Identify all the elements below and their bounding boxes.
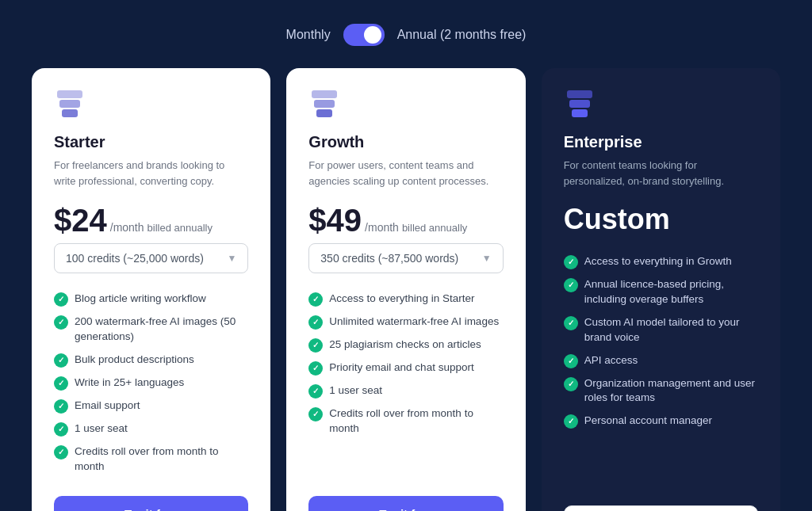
billing-toggle: Monthly Annual (2 months free) bbox=[286, 24, 527, 46]
list-item: Access to everything in Growth bbox=[564, 250, 758, 273]
check-icon bbox=[308, 384, 323, 399]
starter-billed: billed annually bbox=[147, 222, 213, 234]
list-item: Blog article writing workflow bbox=[54, 288, 248, 311]
enterprise-custom-price: Custom bbox=[564, 203, 758, 236]
list-item: Write in 25+ languages bbox=[54, 372, 248, 395]
billing-toggle-switch[interactable] bbox=[343, 24, 385, 46]
annual-label: Annual (2 months free) bbox=[397, 28, 527, 42]
check-icon bbox=[308, 361, 323, 376]
growth-credits-chevron: ▼ bbox=[482, 253, 492, 264]
starter-icon bbox=[54, 90, 86, 122]
growth-price: $49 bbox=[308, 203, 362, 238]
list-item: API access bbox=[564, 349, 758, 372]
list-item: Unlimited watermark-free AI images bbox=[308, 311, 503, 334]
list-item: Organization management and user roles f… bbox=[564, 372, 758, 410]
list-item: Email support bbox=[54, 395, 248, 418]
starter-credits-selector[interactable]: 100 credits (~25,000 words) ▼ bbox=[54, 243, 248, 273]
enterprise-icon bbox=[564, 90, 596, 122]
enterprise-plan-desc: For content teams looking for personaliz… bbox=[564, 158, 758, 189]
check-icon bbox=[54, 376, 68, 391]
growth-credits-label: 350 credits (~87,500 words) bbox=[320, 252, 458, 265]
list-item: Access to everything in Starter bbox=[308, 288, 503, 311]
starter-plan-name: Starter bbox=[54, 133, 248, 151]
starter-price-row: $24 /month billed annually bbox=[54, 203, 248, 238]
check-icon bbox=[308, 292, 323, 307]
growth-billed: billed annually bbox=[402, 222, 467, 234]
enterprise-cta-button[interactable]: Book a demo bbox=[564, 505, 758, 511]
check-icon bbox=[308, 407, 323, 421]
list-item: Annual licence-based pricing, including … bbox=[564, 273, 758, 311]
enterprise-features-list: Access to everything in Growth Annual li… bbox=[564, 250, 758, 488]
list-item: Personal account manager bbox=[564, 410, 758, 433]
list-item: 1 user seat bbox=[308, 379, 503, 402]
check-icon bbox=[564, 414, 578, 429]
check-icon bbox=[564, 278, 578, 292]
list-item: Bulk product descriptions bbox=[54, 349, 248, 372]
growth-icon bbox=[308, 90, 340, 122]
toggle-thumb bbox=[364, 26, 381, 44]
growth-price-row: $49 /month billed annually bbox=[308, 203, 503, 238]
list-item: 1 user seat bbox=[54, 418, 248, 440]
growth-features-list: Access to everything in Starter Unlimite… bbox=[308, 288, 503, 479]
list-item: Priority email and chat support bbox=[308, 357, 503, 379]
starter-card: Starter For freelancers and brands looki… bbox=[32, 68, 270, 511]
starter-credits-chevron: ▼ bbox=[227, 253, 236, 264]
check-icon bbox=[564, 354, 578, 368]
growth-credits-selector[interactable]: 350 credits (~87,500 words) ▼ bbox=[308, 243, 503, 273]
list-item: 200 watermark-free AI images (50 generat… bbox=[54, 311, 248, 349]
starter-credits-label: 100 credits (~25,000 words) bbox=[66, 252, 204, 265]
check-icon bbox=[564, 316, 578, 330]
starter-cta-button[interactable]: Try it free bbox=[54, 496, 248, 511]
check-icon bbox=[54, 399, 68, 414]
starter-price: $24 bbox=[54, 203, 107, 238]
list-item: Credits roll over from month to month bbox=[54, 440, 248, 479]
growth-card: Growth For power users, content teams an… bbox=[286, 68, 525, 511]
starter-plan-desc: For freelancers and brands looking to wr… bbox=[54, 158, 248, 189]
check-icon bbox=[308, 338, 323, 353]
monthly-label: Monthly bbox=[286, 28, 331, 42]
starter-period: /month bbox=[110, 221, 144, 234]
check-icon bbox=[564, 255, 578, 269]
check-icon bbox=[564, 377, 578, 391]
growth-plan-desc: For power users, content teams and agenc… bbox=[308, 158, 503, 189]
list-item: 25 plagiarism checks on articles bbox=[308, 334, 503, 357]
check-icon bbox=[54, 315, 68, 330]
enterprise-plan-name: Enterprise bbox=[564, 133, 758, 151]
growth-period: /month bbox=[365, 221, 399, 234]
starter-features-list: Blog article writing workflow 200 waterm… bbox=[54, 288, 248, 479]
list-item: Custom AI model tailored to your brand v… bbox=[564, 311, 758, 349]
enterprise-card: Enterprise For content teams looking for… bbox=[542, 68, 780, 511]
growth-plan-name: Growth bbox=[308, 133, 503, 151]
check-icon bbox=[54, 445, 68, 460]
growth-cta-button[interactable]: Try it free bbox=[308, 496, 503, 511]
pricing-cards: Starter For freelancers and brands looki… bbox=[32, 68, 780, 511]
list-item: Credits roll over from month to month bbox=[308, 402, 503, 440]
check-icon bbox=[308, 315, 323, 330]
check-icon bbox=[54, 353, 68, 368]
check-icon bbox=[54, 292, 68, 307]
check-icon bbox=[54, 422, 68, 437]
